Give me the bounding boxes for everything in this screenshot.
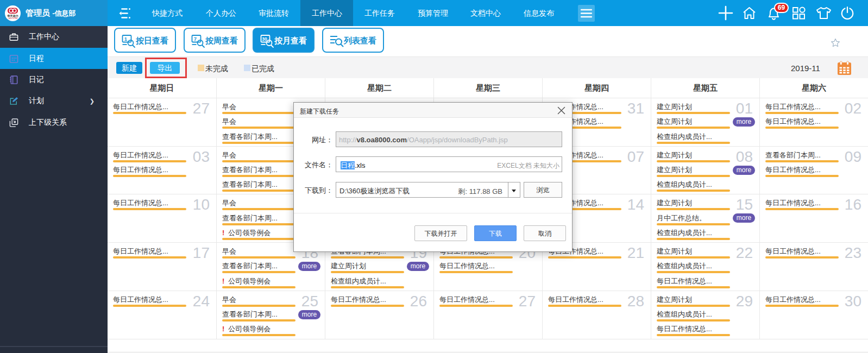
svg-text:7: 7 <box>194 36 197 42</box>
svg-text:30: 30 <box>262 36 267 42</box>
svg-text:华天动力: 华天动力 <box>7 14 18 17</box>
svg-text:OA SYSTEM: OA SYSTEM <box>8 17 18 20</box>
svg-text:1: 1 <box>124 36 128 42</box>
